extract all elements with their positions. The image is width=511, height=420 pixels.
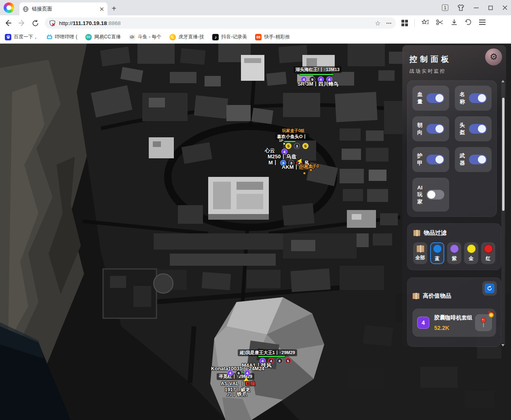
history-undo-icon[interactable] [465,19,472,27]
browser-tab[interactable]: 链接页面 ✕ [19,2,108,15]
bookmark-douyin[interactable]: ♪♪ 抖音-记录美 [212,34,247,40]
toggle-switch-name[interactable] [469,93,487,103]
tab-title: 链接页面 [32,6,96,13]
toggle-card-health[interactable]: 血量 [412,86,449,111]
reload-button[interactable] [32,19,39,27]
scroll-down-icon[interactable] [501,344,505,346]
bookmark-baidu[interactable]: 百度一下， [5,34,38,40]
filter-gold-button[interactable]: 金 [464,242,478,264]
filter-red-button[interactable]: 红 [481,242,495,264]
back-button[interactable] [4,19,12,27]
bilibili-tv-icon [46,34,53,40]
forward-button[interactable] [18,19,26,27]
maximize-button[interactable] [488,5,493,10]
pushpin-icon [480,317,487,328]
box-icon [412,293,420,299]
shield-block-icon[interactable] [49,20,56,27]
download-icon[interactable] [450,19,458,27]
new-tab-button[interactable]: + [112,4,116,13]
toggles-section: 血量 名称 朝向 头盔 护甲 [407,80,497,217]
toggle-switch-ai-player[interactable] [427,190,444,200]
panel-scrollbar[interactable] [501,83,505,343]
gear-icon: ⚙ [490,52,498,62]
team-label: 玩家盒子0组 [282,128,305,134]
toggle-card-name[interactable]: 名称 [455,86,492,111]
toggle-card-helmet[interactable]: 头盔 [455,116,492,141]
blue-dot-icon [433,244,442,253]
toggle-switch-armor[interactable] [427,155,444,164]
bookmark-douyu[interactable]: 斗鱼 - 每个 [129,34,162,40]
browser-titlebar: 链接页面 ✕ + 1 [0,0,511,15]
toggle-card-weapon[interactable]: 武器 [455,147,492,172]
party-label: 1P [279,139,283,143]
gold-dot-icon [467,244,476,253]
menu-hamburger-icon[interactable] [479,19,486,27]
medal-icon [488,310,495,320]
douyin-note-icon: ♪♪ [212,34,219,40]
toggle-switch-health[interactable] [427,93,444,103]
player-healthbar [299,74,334,76]
huya-icon [169,34,176,40]
toggle-switch-direction[interactable] [427,124,444,134]
scroll-up-icon[interactable] [501,80,505,82]
player-name-label: 刀丨铁爪 [227,391,247,398]
purple-dot-icon [450,244,459,253]
panel-subtitle: 战场实时监控 [410,68,499,75]
browser-toolbar: http://111.170.19.18:8868 ☆ ••• [0,15,511,31]
item-grade-badge: 4 [417,317,429,329]
filter-purple-button[interactable]: 紫 [447,242,461,264]
theme-shirt-icon[interactable] [457,4,465,11]
player-gear-chips: 5 3 5 [285,143,308,149]
tab-close-icon[interactable]: ✕ [99,6,104,12]
kuaishou-icon: 88 [255,34,262,40]
toggle-card-direction[interactable]: 朝向 [412,116,449,141]
minimize-button[interactable] [473,5,479,10]
control-panel: 控制面板 战场实时监控 ⚙ 血量 名称 朝向 [402,45,506,346]
filter-blue-button[interactable]: 蓝 [430,242,444,264]
bookmark-netease-cc[interactable]: CC 网易CC直播 [85,34,120,40]
toolbar-divider [414,19,415,27]
item-filter-section: 物品过滤 全部 蓝 紫 金 [407,223,501,270]
player-gear-chips: 4 6 4 [227,370,250,376]
close-window-button[interactable] [502,5,508,10]
box-icon [413,230,420,236]
toggle-card-armor[interactable]: 护甲 [412,147,449,172]
item-dot [303,172,306,174]
page-content: 湖头海红王!丨↑13M13 4 9 4 4 SR-3M丨四川蜂鸟 玩家盒子0组 … [0,44,511,420]
scrollbar-thumb[interactable] [502,98,505,211]
globe-icon [23,6,29,12]
item-pin-button[interactable] [475,314,492,331]
high-value-section: 高价值物品 4 胶囊咖啡机套组 52.2K [407,277,501,347]
favorites-icon[interactable] [421,19,429,27]
bookmark-kuaishou[interactable]: 88 快手-精彩推 [255,34,290,40]
douyu-fish-icon [129,34,135,40]
box-icon [416,245,424,252]
apps-grid-icon[interactable] [401,20,408,26]
settings-button[interactable]: ⚙ [485,48,502,65]
player-healthbar [258,355,285,357]
high-value-item-card[interactable]: 4 胶囊咖啡机套组 52.2K [412,309,496,337]
toggle-card-ai-player[interactable]: AI玩家 [412,178,449,212]
team-label: 玩家盒子0 [300,164,319,169]
bookmark-bilibili[interactable]: 哔哩哔哩 ( [46,34,77,40]
bookmarks-bar: 百度一下， 哔哩哔哩 ( CC 网易CC直播 斗鱼 - 每个 虎牙直播-技 ♪♪… [0,31,511,44]
url-bar[interactable]: http://111.170.19.18:8868 ☆ ••• [45,17,396,29]
toggle-switch-helmet[interactable] [469,124,487,134]
screenshot-scissors-icon[interactable] [436,19,444,27]
bookmark-star-icon[interactable]: ☆ [375,19,380,27]
tab-count-badge[interactable]: 1 [442,4,448,11]
refresh-button[interactable] [482,281,497,296]
red-dot-icon [484,244,493,253]
player-nameplate: 湖头海红王!丨↑13M13 [294,66,342,73]
player-healthbar [284,141,296,143]
toggle-switch-weapon[interactable] [469,155,487,164]
filter-all-button[interactable]: 全部 [413,242,427,264]
panel-header: 控制面板 战场实时监控 ⚙ [402,45,506,79]
bookmark-huya[interactable]: 虎牙直播-技 [169,34,204,40]
browser-logo-icon [4,2,14,13]
item-filter-title: 物品过滤 [424,229,446,237]
netease-cc-icon: CC [85,34,92,40]
player-weapon-label: SR-3M丨四川蜂鸟 [298,81,338,88]
url-more-icon[interactable]: ••• [386,21,392,25]
url-text[interactable]: http://111.170.19.18:8868 [59,20,372,26]
